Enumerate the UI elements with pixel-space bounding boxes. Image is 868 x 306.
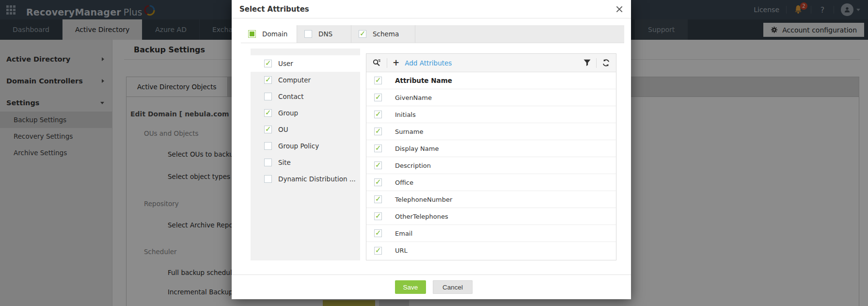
object-type-site[interactable]: Site [251, 154, 360, 171]
cancel-button[interactable]: Cancel [433, 280, 473, 294]
object-type-user[interactable]: User [251, 55, 360, 72]
dialog-title: Select Attributes [239, 0, 309, 18]
attribute-row-display-name[interactable]: Display Name [366, 140, 616, 157]
close-icon[interactable] [615, 5, 623, 13]
attribute-checkbox[interactable] [374, 178, 382, 186]
tab-domain[interactable]: Domain [241, 25, 297, 43]
object-type-ou[interactable]: OU [251, 121, 360, 138]
select-attributes-dialog: Select Attributes Domain DNS Schema User [232, 0, 631, 299]
dialog-tabstrip: Domain DNS Schema [241, 25, 624, 43]
dns-checkbox[interactable] [304, 30, 312, 38]
search-icon[interactable] [372, 58, 381, 67]
schema-checkbox[interactable] [359, 30, 366, 38]
attribute-row-givenname[interactable]: GivenName [366, 89, 616, 106]
attributes-panel: + Add Attributes Attribute Name [366, 53, 616, 260]
attribute-checkbox[interactable] [374, 94, 382, 101]
attribute-checkbox[interactable] [374, 229, 382, 237]
dialog-header: Select Attributes [232, 0, 631, 18]
object-type-group[interactable]: Group [251, 105, 360, 121]
attribute-checkbox[interactable] [374, 128, 382, 135]
ou-checkbox[interactable] [264, 126, 272, 133]
plus-icon: + [393, 59, 399, 67]
divider [232, 274, 631, 275]
contact-checkbox[interactable] [264, 93, 272, 100]
object-type-list: User Computer Contact Group OU Group Pol… [251, 48, 360, 260]
group-checkbox[interactable] [264, 109, 272, 117]
divider [387, 58, 387, 68]
tab-schema[interactable]: Schema [351, 25, 415, 43]
tab-dns[interactable]: DNS [297, 25, 351, 43]
attribute-checkbox[interactable] [374, 195, 382, 203]
attributes-toolbar: + Add Attributes [366, 54, 616, 72]
user-checkbox[interactable] [264, 60, 272, 67]
group-policy-checkbox[interactable] [264, 142, 272, 150]
attribute-row-telephonenumber[interactable]: TelephoneNumber [366, 191, 616, 208]
add-attributes-link[interactable]: Add Attributes [405, 59, 452, 67]
attribute-row-email[interactable]: Email [366, 225, 616, 242]
save-button[interactable]: Save [395, 280, 426, 294]
computer-checkbox[interactable] [264, 76, 272, 84]
attribute-checkbox[interactable] [374, 111, 382, 118]
filter-icon[interactable] [584, 59, 591, 66]
dynamic-distribution-checkbox[interactable] [264, 175, 272, 183]
attributes-header-label: Attribute Name [395, 77, 452, 84]
attribute-checkbox[interactable] [374, 145, 382, 152]
attribute-row-othertelephones[interactable]: OtherTelephones [366, 208, 616, 225]
object-type-contact[interactable]: Contact [251, 88, 360, 105]
object-type-dynamic-distribution[interactable]: Dynamic Distribution ... [251, 171, 360, 187]
object-type-group-policy[interactable]: Group Policy [251, 138, 360, 154]
screen: RecoveryManager Plus License 2 ? [0, 0, 868, 306]
divider [596, 58, 597, 68]
refresh-icon[interactable] [602, 59, 610, 67]
attribute-row-initials[interactable]: Initials [366, 106, 616, 123]
attribute-row-office[interactable]: Office [366, 174, 616, 191]
attributes-header-row[interactable]: Attribute Name [366, 72, 616, 89]
attribute-row-url[interactable]: URL [366, 242, 616, 259]
site-checkbox[interactable] [264, 159, 272, 166]
attribute-checkbox[interactable] [374, 161, 382, 169]
object-type-computer[interactable]: Computer [251, 72, 360, 88]
attribute-checkbox[interactable] [374, 212, 382, 220]
attribute-checkbox[interactable] [374, 247, 382, 255]
domain-checkbox[interactable] [248, 30, 256, 38]
select-all-attributes-checkbox[interactable] [374, 77, 382, 84]
attribute-row-surname[interactable]: Surname [366, 123, 616, 140]
attribute-row-description[interactable]: Description [366, 157, 616, 174]
